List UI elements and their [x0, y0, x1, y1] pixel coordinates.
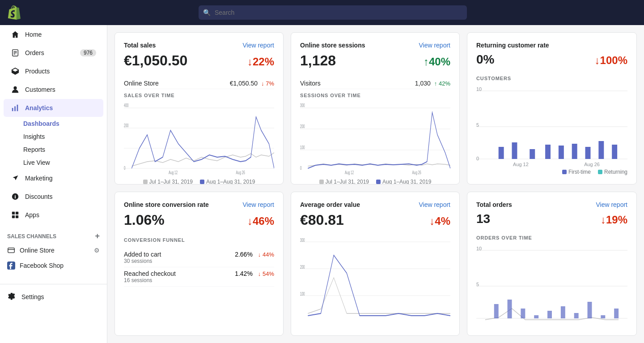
- orders-badge: 976: [80, 49, 96, 56]
- sidebar-label-customers: Customers: [25, 86, 55, 93]
- online-sessions-chart-title: SESSIONS OVER TIME: [300, 93, 450, 98]
- svg-rect-46: [612, 145, 617, 159]
- app-body: Home Orders 976 Products Customers: [0, 25, 644, 343]
- orders-chart-title: ORDERS OVER TIME: [476, 235, 627, 240]
- total-sales-view-report[interactable]: View report: [242, 42, 274, 49]
- svg-rect-66: [561, 306, 565, 318]
- total-sales-legend2: Aug 1–Aug 31, 2019: [206, 179, 255, 184]
- svg-text:300: 300: [300, 237, 305, 243]
- settings-icon: [7, 292, 16, 301]
- svg-rect-44: [585, 147, 591, 159]
- sales-channels-section: SALES CHANNELS +: [0, 224, 107, 243]
- marketing-icon: [11, 174, 20, 183]
- search-input[interactable]: [199, 5, 467, 20]
- svg-text:10: 10: [476, 86, 482, 92]
- conversion-rate-view-report[interactable]: View report: [242, 201, 274, 208]
- funnel-checkout-value: 1.42%: [235, 270, 253, 277]
- shopify-logo[interactable]: [7, 5, 21, 20]
- conversion-rate-value: 1.06%: [124, 212, 165, 228]
- sidebar-item-products[interactable]: Products: [4, 62, 103, 80]
- conversion-rate-change: ↓46%: [247, 215, 274, 227]
- sessions-legend1: Jul 1–Jul 31, 2019: [326, 179, 369, 184]
- svg-rect-8: [12, 212, 15, 214]
- avg-order-card: Average order value View report €80.81 ↓…: [291, 192, 460, 336]
- sidebar-label-home: Home: [25, 31, 42, 38]
- online-sessions-sub-value: 1,030: [415, 80, 431, 87]
- online-sessions-sub-change: ↑ 42%: [434, 80, 450, 87]
- svg-rect-38: [499, 147, 504, 159]
- subnav-insights[interactable]: Insights: [23, 130, 103, 143]
- svg-text:10: 10: [476, 246, 482, 251]
- analytics-subnav: Dashboards Insights Reports Live View: [0, 117, 107, 169]
- subnav-dashboards[interactable]: Dashboards: [23, 117, 103, 130]
- total-orders-view-report[interactable]: View report: [596, 201, 627, 208]
- sidebar-item-discounts[interactable]: Discounts: [4, 188, 103, 206]
- svg-rect-39: [512, 142, 517, 159]
- sidebar: Home Orders 976 Products Customers: [0, 25, 107, 343]
- legend-prev-dot: [143, 180, 148, 184]
- svg-rect-68: [588, 302, 592, 318]
- svg-rect-62: [508, 300, 512, 318]
- total-sales-card: Total sales View report €1,050.50 ↓22% O…: [114, 32, 284, 184]
- svg-rect-61: [494, 304, 499, 318]
- funnel-cart-sub: 30 sessions: [124, 258, 161, 264]
- sidebar-item-analytics[interactable]: Analytics: [4, 99, 103, 117]
- total-orders-value: 13: [476, 212, 490, 226]
- sidebar-item-marketing[interactable]: Marketing: [4, 169, 103, 187]
- total-sales-value: €1,050.50: [124, 52, 187, 69]
- returning-customer-card: Returning customer rate 0% ↓100% CUSTOME…: [467, 32, 637, 184]
- svg-text:0: 0: [124, 165, 126, 171]
- search-icon: 🔍: [203, 9, 211, 16]
- subnav-reports[interactable]: Reports: [23, 143, 103, 156]
- svg-text:300: 300: [300, 103, 305, 108]
- svg-rect-42: [559, 146, 564, 159]
- avg-order-view-report[interactable]: View report: [419, 201, 450, 208]
- svg-text:5: 5: [476, 282, 479, 287]
- online-store-settings-icon[interactable]: ⚙: [94, 247, 100, 254]
- sidebar-item-apps[interactable]: Apps: [4, 206, 103, 224]
- search-bar[interactable]: 🔍: [199, 5, 467, 20]
- svg-rect-69: [601, 315, 605, 318]
- svg-rect-40: [530, 149, 535, 159]
- legend-first-time: First-time: [568, 169, 591, 175]
- total-sales-title: Total sales: [124, 42, 156, 49]
- svg-rect-67: [574, 313, 579, 318]
- subnav-live-view[interactable]: Live View: [23, 156, 103, 169]
- returning-customer-value: 0%: [476, 52, 494, 67]
- total-sales-change: ↓22%: [247, 56, 274, 68]
- returning-customer-chart: 10 5 0 Aug 12 Aug 26: [476, 86, 627, 167]
- orders-icon: [11, 48, 20, 57]
- online-sessions-view-report[interactable]: View report: [419, 42, 450, 49]
- total-orders-card: Total orders View report 13 ↓19% ORDERS …: [467, 192, 637, 336]
- dashboard-main: Total sales View report €1,050.50 ↓22% O…: [107, 25, 644, 343]
- sidebar-item-orders[interactable]: Orders 976: [4, 44, 103, 62]
- sidebar-item-settings[interactable]: Settings: [0, 288, 107, 306]
- svg-text:Aug 26: Aug 26: [236, 170, 245, 175]
- svg-rect-41: [545, 145, 551, 159]
- sidebar-item-customers[interactable]: Customers: [4, 81, 103, 99]
- online-sessions-title: Online store sessions: [300, 42, 365, 49]
- svg-text:Aug 12: Aug 12: [513, 162, 529, 167]
- svg-text:0: 0: [476, 156, 479, 161]
- total-orders-change: ↓19%: [601, 214, 627, 226]
- online-sessions-value: 1,128: [300, 52, 336, 69]
- sidebar-item-home[interactable]: Home: [4, 26, 103, 43]
- sidebar-label-orders: Orders: [25, 49, 44, 56]
- svg-rect-63: [521, 309, 525, 318]
- funnel-cart-label: Added to cart: [124, 251, 161, 258]
- sidebar-item-facebook-shop[interactable]: Facebook Shop: [0, 258, 107, 273]
- total-sales-sub-change: ↓ 7%: [261, 80, 274, 87]
- analytics-icon: [11, 103, 20, 112]
- sidebar-label-discounts: Discounts: [25, 193, 52, 200]
- funnel-checkout-label: Reached checkout: [124, 270, 176, 277]
- add-sales-channel-button[interactable]: +: [95, 232, 100, 241]
- sidebar-item-online-store[interactable]: Online Store ⚙: [0, 243, 107, 258]
- total-sales-legend: Jul 1–Jul 31, 2019 Aug 1–Aug 31, 2019: [124, 179, 274, 184]
- avg-order-change: ↓4%: [429, 215, 450, 227]
- total-sales-chart: 400 200 0 Aug 12 Aug 26: [124, 103, 274, 175]
- svg-rect-64: [534, 315, 538, 318]
- funnel-row-cart: Added to cart 30 sessions 2.66% ↓ 44%: [124, 248, 274, 267]
- total-sales-legend1: Jul 1–Jul 31, 2019: [149, 179, 193, 184]
- legend-curr-dot: [200, 180, 204, 184]
- svg-text:200: 200: [124, 123, 129, 128]
